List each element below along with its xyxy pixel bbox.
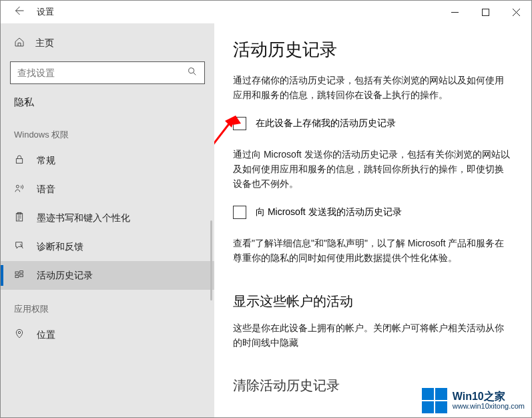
annotation-arrow bbox=[214, 83, 268, 210]
window-title: 设置 bbox=[37, 6, 54, 18]
sidebar-item-inking[interactable]: 墨迹书写和键入个性化 bbox=[1, 204, 214, 232]
intro-paragraph: 通过存储你的活动历史记录，包括有关你浏览的网站以及如何使用应用和服务的信息，跳转… bbox=[233, 73, 513, 102]
checkbox-icon[interactable] bbox=[233, 117, 246, 130]
sidebar-scrollbar[interactable] bbox=[210, 220, 212, 300]
send-ms-paragraph: 通过向 Microsoft 发送你的活动历史记录，包括有关你浏览的网站以及如何使… bbox=[233, 148, 513, 191]
section-accounts-title: 显示这些帐户的活动 bbox=[233, 292, 513, 310]
sidebar-item-label: 活动历史记录 bbox=[37, 270, 93, 282]
sidebar-section-title: 隐私 bbox=[1, 93, 214, 116]
nav-home[interactable]: 主页 bbox=[1, 30, 214, 56]
page-title: 活动历史记录 bbox=[233, 38, 513, 61]
sidebar-item-general[interactable]: 常规 bbox=[1, 146, 214, 175]
checkbox-label: 向 Microsoft 发送我的活动历史记录 bbox=[256, 206, 402, 218]
svg-rect-0 bbox=[482, 9, 489, 15]
sidebar-group-windows: Windows 权限 bbox=[1, 116, 214, 146]
sidebar-item-label: 语音 bbox=[37, 184, 55, 196]
feedback-icon bbox=[14, 240, 25, 253]
accounts-paragraph: 这些是你在此设备上拥有的帐户。关闭帐户可将帐户相关活动从你的时间线中隐藏 bbox=[233, 321, 513, 350]
maximize-button[interactable] bbox=[470, 1, 501, 23]
windows-logo-icon bbox=[422, 388, 447, 413]
body: 主页 隐私 Windows 权限 常规 语音 bbox=[1, 23, 531, 417]
sidebar-item-label: 诊断和反馈 bbox=[37, 241, 83, 253]
svg-rect-2 bbox=[16, 159, 22, 164]
svg-line-11 bbox=[214, 122, 230, 204]
sidebar-group-app: 应用权限 bbox=[1, 290, 214, 321]
sidebar: 主页 隐私 Windows 权限 常规 语音 bbox=[1, 23, 214, 417]
watermark-text: Win10之家 www.win10xitong.com bbox=[453, 391, 525, 410]
settings-window: 设置 主页 隐私 bbox=[0, 0, 532, 418]
sidebar-item-speech[interactable]: 语音 bbox=[1, 175, 214, 204]
sidebar-item-location[interactable]: 位置 bbox=[1, 321, 214, 349]
checkbox-label: 在此设备上存储我的活动历史记录 bbox=[256, 118, 396, 130]
search-input-wrap[interactable] bbox=[10, 61, 205, 84]
home-icon bbox=[14, 37, 25, 49]
sidebar-item-label: 位置 bbox=[37, 329, 55, 341]
watermark-title: Win10之家 bbox=[453, 391, 525, 403]
minimize-button[interactable] bbox=[439, 1, 470, 23]
learn-more-paragraph: 查看"了解详细信息"和"隐私声明"，以了解 Microsoft 产品和服务在尊重… bbox=[233, 236, 513, 265]
titlebar-left: 设置 bbox=[1, 5, 54, 19]
history-icon bbox=[14, 269, 25, 282]
checkbox-send-microsoft[interactable]: 向 Microsoft 发送我的活动历史记录 bbox=[233, 206, 513, 219]
checkbox-icon[interactable] bbox=[233, 206, 246, 219]
svg-rect-8 bbox=[20, 271, 23, 273]
watermark-url: www.win10xitong.com bbox=[453, 403, 525, 411]
content-pane: 活动历史记录 通过存储你的活动历史记录，包括有关你浏览的网站以及如何使用应用和服… bbox=[214, 23, 531, 417]
svg-rect-7 bbox=[15, 275, 19, 277]
search-icon bbox=[187, 66, 198, 79]
svg-rect-9 bbox=[20, 274, 23, 276]
window-controls bbox=[439, 1, 531, 23]
checkbox-store-history[interactable]: 在此设备上存储我的活动历史记录 bbox=[233, 117, 513, 130]
sidebar-item-label: 墨迹书写和键入个性化 bbox=[37, 212, 130, 224]
clipboard-icon bbox=[14, 212, 25, 224]
titlebar: 设置 bbox=[1, 1, 531, 23]
svg-rect-6 bbox=[15, 272, 19, 274]
svg-point-1 bbox=[189, 68, 194, 73]
sidebar-item-label: 常规 bbox=[37, 155, 55, 167]
nav-home-label: 主页 bbox=[35, 37, 54, 49]
location-icon bbox=[14, 329, 25, 341]
sidebar-item-diagnostics[interactable]: 诊断和反馈 bbox=[1, 232, 214, 261]
sidebar-item-activity-history[interactable]: 活动历史记录 bbox=[1, 261, 214, 290]
svg-point-10 bbox=[18, 331, 20, 333]
search-container bbox=[10, 61, 205, 84]
close-button[interactable] bbox=[501, 1, 531, 23]
svg-point-3 bbox=[16, 185, 19, 188]
back-button[interactable] bbox=[13, 5, 25, 19]
watermark: Win10之家 www.win10xitong.com bbox=[422, 388, 525, 413]
speech-icon bbox=[14, 183, 25, 196]
search-input[interactable] bbox=[17, 67, 187, 78]
lock-icon bbox=[14, 154, 25, 167]
